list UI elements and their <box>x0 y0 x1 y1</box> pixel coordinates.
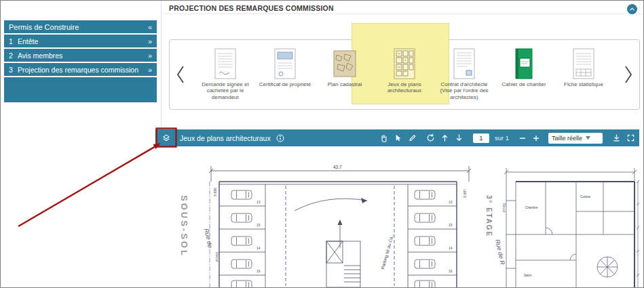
chevron-expand-icon[interactable]: » <box>148 66 152 74</box>
carousel-items: Demande signée et cachetée par le demand… <box>195 47 613 106</box>
recul-right-label: Recul <box>502 203 506 212</box>
sidebar-header[interactable]: Permis de Construire « <box>4 20 157 33</box>
sidebar-item-entete[interactable]: 1 Entête » <box>4 35 157 47</box>
svg-text:14: 14 <box>449 246 453 250</box>
room-label: Chambre <box>525 206 538 209</box>
thumbnail-caption: Jeux de plans architecturaux <box>375 81 434 94</box>
page-number-input[interactable] <box>473 133 489 143</box>
item-number: 2 <box>9 52 18 60</box>
thumbnail-caption: Fiche statistique <box>564 81 603 87</box>
etage-label: 3° ETAGE <box>485 195 493 237</box>
svg-text:15: 15 <box>257 223 261 227</box>
document-thumbnail-icon <box>512 47 536 79</box>
info-icon[interactable] <box>276 134 284 142</box>
rue-right-label: Rue de R <box>494 239 506 266</box>
zoom-select[interactable]: Taille réelle <box>548 133 603 144</box>
annotation-arrow <box>18 147 155 226</box>
carousel-item-plan-cadastral[interactable]: Plan cadastral <box>315 47 375 106</box>
collapse-section-button[interactable] <box>627 4 637 14</box>
item-label: Projection des remarques commission <box>18 66 138 74</box>
carousel-prev-button[interactable] <box>176 64 185 85</box>
select-cursor-icon[interactable] <box>394 133 402 142</box>
chevron-right-icon <box>624 64 633 85</box>
b686-label: B.686 <box>213 188 217 197</box>
carousel-item-contrat-architecte[interactable]: Contrat d'architecte (Visé par l'ordre d… <box>434 47 494 106</box>
floor-plan-drawing: SOUS-SOL Rue de Recul B.686 B.687 Parkin… <box>155 146 639 287</box>
document-thumbnail-icon <box>333 47 357 79</box>
thumbnail-caption: Certificat de propriété <box>259 81 311 87</box>
rotate-icon[interactable] <box>426 133 435 142</box>
download-icon[interactable] <box>612 133 621 142</box>
svg-text:13: 13 <box>257 200 261 204</box>
item-number: 1 <box>9 37 18 45</box>
page-title: PROJECTION DES REMARQUES COMMISSION <box>169 4 334 12</box>
room-label: Salon <box>524 274 532 277</box>
page-up-icon[interactable] <box>440 133 449 142</box>
thumbnail-caption: Contrat d'architecte (Visé par l'ordre d… <box>435 81 493 100</box>
document-thumbnail-icon <box>392 47 417 79</box>
zoom-level-label: Taille réelle <box>552 135 582 142</box>
zoom-out-icon[interactable] <box>518 134 527 142</box>
page-total-label: sur 1 <box>495 134 509 142</box>
pan-hand-icon[interactable] <box>379 133 388 142</box>
sidebar-panel-body <box>4 77 157 102</box>
rue-left-label: Rue de <box>203 228 214 248</box>
item-label: Avis membres <box>18 52 62 60</box>
document-thumbnail-icon <box>273 47 297 79</box>
b687-label: B.687 <box>463 189 467 198</box>
parking-structure <box>209 166 471 287</box>
sidebar-item-avis-membres[interactable]: 2 Avis membres » <box>4 49 157 62</box>
chevron-left-icon <box>176 64 185 85</box>
carousel-item-certificat[interactable]: Certificat de propriété <box>255 47 315 106</box>
sidebar: Permis de Construire « 1 Entête » 2 Avis… <box>4 20 157 102</box>
parking-label: Parking lié au Co... <box>380 232 395 270</box>
item-label: Entête <box>18 37 38 45</box>
marker-icon[interactable] <box>408 133 417 142</box>
carousel-item-fiche-statistique[interactable]: Fiche statistique <box>554 47 613 106</box>
apartment-plan <box>504 168 639 287</box>
sidebar-title: Permis de Construire <box>9 23 79 31</box>
chevron-expand-icon[interactable]: » <box>148 52 152 60</box>
thumbnail-caption: Demande signée et cachetée par le demand… <box>196 81 254 100</box>
layers-button[interactable] <box>159 131 173 145</box>
caret-down-icon <box>586 136 590 140</box>
fullscreen-icon[interactable] <box>626 133 635 142</box>
recul-left-label: Recul <box>215 252 219 262</box>
header-divider <box>162 14 643 14</box>
carousel-item-cahier-chantier[interactable]: Cahier de chantier <box>494 47 554 106</box>
parked-cars <box>231 190 435 287</box>
carousel-next-button[interactable] <box>624 64 633 85</box>
svg-text:13: 13 <box>449 200 453 204</box>
thumbnail-caption: Cahier de chantier <box>501 81 546 87</box>
pdf-toolbar: Jeux de plans architecturaux <box>155 129 639 146</box>
viewer-title: Jeux de plans architecturaux <box>180 134 271 142</box>
svg-text:16: 16 <box>449 269 453 273</box>
svg-text:15: 15 <box>449 223 453 227</box>
chevron-up-icon <box>628 5 636 13</box>
document-carousel: Demande signée et cachetée par le demand… <box>169 39 640 110</box>
thumbnail-caption: Plan cadastral <box>328 81 362 87</box>
layers-icon <box>162 133 171 143</box>
app-window: Permis de Construire « 1 Entête » 2 Avis… <box>0 0 644 288</box>
dimension-label: 43.7 <box>333 165 342 169</box>
svg-text:16: 16 <box>257 269 261 273</box>
zoom-in-icon[interactable] <box>532 134 540 142</box>
panel-divider <box>161 1 162 129</box>
carousel-item-demande[interactable]: Demande signée et cachetée par le demand… <box>195 47 255 106</box>
svg-text:14: 14 <box>257 246 261 250</box>
chevron-expand-icon[interactable]: » <box>148 37 152 45</box>
document-thumbnail-icon <box>452 47 476 79</box>
sous-sol-label: SOUS-SOL <box>179 195 189 258</box>
document-thumbnail-icon <box>213 47 238 79</box>
item-number: 3 <box>9 66 18 74</box>
collapse-left-icon[interactable]: « <box>148 23 152 31</box>
page-down-icon[interactable] <box>455 133 463 142</box>
sidebar-item-projection-remarques[interactable]: 3 Projection des remarques commission » <box>4 63 157 76</box>
carousel-item-jeux-de-plans[interactable]: Jeux de plans architecturaux <box>375 47 434 106</box>
document-thumbnail-icon <box>571 47 596 79</box>
room-label: Cuisine <box>580 195 591 199</box>
